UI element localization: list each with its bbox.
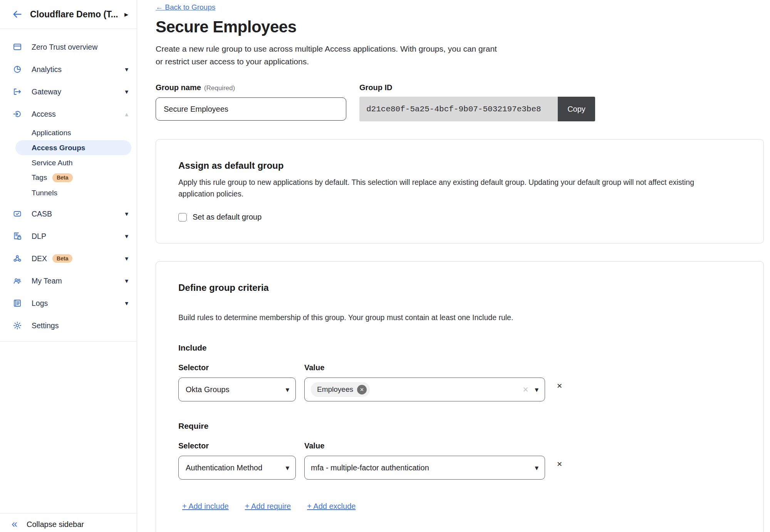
caret-down-icon: ▾ (125, 233, 128, 240)
set-default-group-row: Set as default group (178, 213, 739, 222)
beta-badge: Beta (52, 173, 72, 182)
remove-require-rule-icon[interactable]: ✕ (557, 461, 562, 468)
page-description-line1: Create a new rule group to use across mu… (156, 42, 687, 55)
app-root: Cloudflare Demo (T... ▶ Zero Trust overv… (0, 0, 770, 532)
sidebar-item-dex[interactable]: DEX Beta ▾ (0, 247, 137, 270)
group-id-value: d21ce80f-5a25-4bcf-9b07-5032197e3be8 (359, 97, 558, 121)
sidebar-item-analytics[interactable]: Analytics ▾ (0, 58, 137, 81)
caret-down-icon: ▾ (285, 386, 289, 393)
dex-icon (12, 253, 22, 263)
active-item-pill: Access Groups (15, 140, 131, 155)
group-id-label: Group ID (359, 83, 595, 92)
default-group-body-line1: Apply this rule group to new application… (178, 176, 739, 188)
beta-badge: Beta (52, 254, 72, 263)
require-value-dropdown[interactable]: mfa - multiple-factor authentication ▾ (304, 456, 545, 480)
caret-down-icon: ▾ (285, 464, 289, 472)
sidebar-item-applications[interactable]: Applications (0, 125, 137, 140)
sidebar-item-label: My Team (32, 277, 116, 285)
group-name-field-group: Group name(Required) (156, 83, 346, 121)
remove-include-rule-icon[interactable]: ✕ (557, 383, 562, 389)
sidebar-item-settings[interactable]: Settings (0, 314, 137, 337)
set-default-group-label: Set as default group (193, 213, 262, 222)
sidebar-item-access[interactable]: Access ▴ (0, 103, 137, 125)
group-name-input[interactable] (156, 97, 346, 121)
logs-icon (12, 298, 22, 308)
account-name[interactable]: Cloudflare Demo (T... (30, 9, 117, 20)
caret-down-icon: ▾ (125, 255, 128, 262)
collapse-sidebar-icon: « (12, 519, 17, 529)
access-icon (12, 109, 22, 119)
clear-value-icon[interactable]: ✕ (523, 385, 529, 394)
sidebar-item-my-team[interactable]: My Team ▾ (0, 270, 137, 292)
rule-actions-row: + Add include + Add require + Add exclud… (178, 502, 739, 511)
require-value-label: Value (304, 441, 324, 450)
chip-remove-icon[interactable]: ✕ (357, 385, 367, 394)
sidebar-item-tags[interactable]: Tags Beta (0, 170, 137, 185)
require-selector-dropdown[interactable]: Authentication Method ▾ (178, 456, 296, 480)
main-content: ← Back to Groups Secure Employees Create… (137, 0, 770, 532)
caret-down-icon: ▾ (125, 66, 128, 73)
sidebar-item-gateway[interactable]: Gateway ▾ (0, 81, 137, 103)
caret-up-icon: ▴ (125, 111, 128, 117)
sidebar-account-header: Cloudflare Demo (T... ▶ (0, 0, 137, 29)
overview-icon (12, 42, 22, 52)
include-selector-dropdown[interactable]: Okta Groups ▾ (178, 378, 296, 401)
back-arrow-icon[interactable] (12, 8, 23, 20)
sidebar-item-label: Settings (32, 321, 128, 330)
include-value-label: Value (304, 363, 324, 372)
my-team-icon (12, 276, 22, 286)
criteria-card-body: Build rules to determine membership of t… (178, 312, 739, 323)
require-selector-value: Authentication Method (186, 463, 262, 472)
group-name-label-row: Group name(Required) (156, 83, 346, 92)
casb-icon (12, 209, 22, 219)
default-group-card-body: Apply this rule group to new application… (178, 176, 739, 200)
caret-down-icon: ▾ (125, 211, 128, 217)
access-sub-menu: Applications Access Groups Service Auth … (0, 125, 137, 200)
sidebar-item-label: DEX Beta (32, 254, 116, 263)
require-rule-row: Authentication Method ▾ mfa - multiple-f… (178, 456, 739, 480)
sidebar-item-dlp[interactable]: DLP ▾ (0, 225, 137, 247)
add-exclude-link[interactable]: + Add exclude (307, 502, 356, 511)
value-chip: Employees ✕ (311, 382, 370, 397)
sidebar-nav: Zero Trust overview Analytics ▾ Gateway … (0, 29, 137, 513)
group-name-id-row: Group name(Required) Group ID d21ce80f-5… (156, 83, 764, 121)
caret-down-icon: ▾ (125, 278, 128, 284)
caret-down-icon: ▾ (125, 300, 128, 307)
require-value-text: mfa - multiple-factor authentication (311, 463, 535, 472)
back-to-groups-link[interactable]: ← Back to Groups (156, 3, 215, 12)
set-default-group-checkbox[interactable] (178, 213, 187, 222)
sidebar-item-label: Zero Trust overview (32, 43, 128, 52)
sidebar-item-label: CASB (32, 210, 116, 218)
settings-icon (12, 321, 22, 331)
include-value-multiselect[interactable]: Employees ✕ ✕ ▾ (304, 378, 545, 401)
criteria-card: Define group criteria Build rules to det… (156, 261, 764, 532)
group-name-label: Group name (156, 83, 201, 92)
collapse-sidebar-label: Collapse sidebar (27, 519, 84, 529)
add-include-link[interactable]: + Add include (182, 502, 229, 511)
caret-down-icon: ▾ (535, 386, 538, 393)
sub-item-label: Tags (32, 173, 47, 182)
account-expand-icon[interactable]: ▶ (124, 12, 128, 17)
collapse-sidebar-button[interactable]: « Collapse sidebar (0, 513, 137, 532)
sidebar-item-access-groups[interactable]: Access Groups (0, 140, 137, 155)
sidebar-item-service-auth[interactable]: Service Auth (0, 155, 137, 170)
sidebar-item-logs[interactable]: Logs ▾ (0, 292, 137, 314)
default-group-card: Assign as default group Apply this rule … (156, 139, 764, 243)
sidebar-item-tunnels[interactable]: Tunnels (0, 185, 137, 200)
sidebar-item-label: Access (32, 110, 116, 119)
add-require-link[interactable]: + Add require (245, 502, 291, 511)
criteria-card-title: Define group criteria (178, 282, 739, 293)
page-title: Secure Employees (156, 18, 764, 36)
caret-down-icon: ▾ (125, 89, 128, 95)
sub-item-label: Service Auth (32, 159, 73, 167)
copy-button[interactable]: Copy (558, 97, 595, 121)
sub-item-label: Tunnels (32, 189, 57, 197)
sub-item-label: Applications (32, 129, 71, 137)
include-heading: Include (178, 343, 739, 352)
analytics-icon (12, 64, 22, 74)
require-selector-label: Selector (178, 441, 296, 450)
caret-down-icon: ▾ (535, 464, 538, 472)
required-hint: (Required) (204, 84, 235, 92)
sidebar-item-casb[interactable]: CASB ▾ (0, 203, 137, 225)
sidebar-item-zero-trust-overview[interactable]: Zero Trust overview (0, 36, 137, 58)
